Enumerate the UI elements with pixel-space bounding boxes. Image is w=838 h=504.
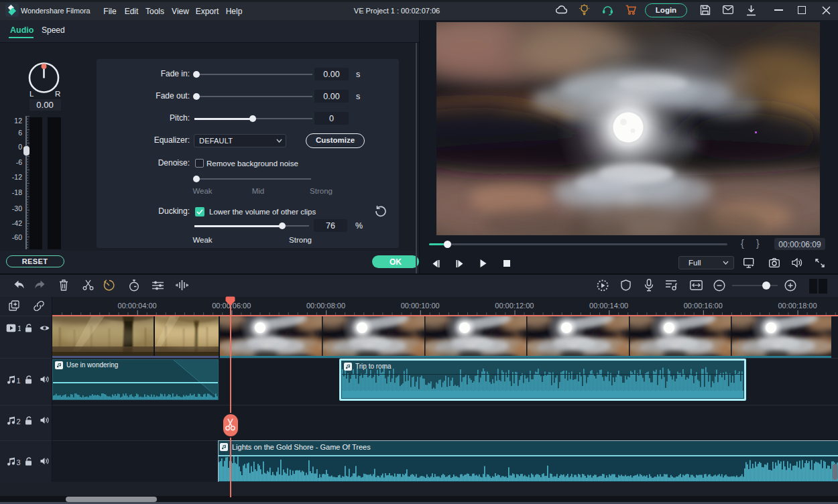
- svg-text:00:00:18:00: 00:00:18:00: [778, 302, 817, 310]
- svg-text:1: 1: [17, 377, 21, 385]
- svg-text:00:00:14:00: 00:00:14:00: [589, 302, 628, 310]
- svg-text:1: 1: [17, 324, 21, 332]
- svg-text:00:00:04:00: 00:00:04:00: [118, 302, 157, 310]
- svg-text:00:00:12:00: 00:00:12:00: [495, 302, 534, 310]
- svg-text:00:00:08:00: 00:00:08:00: [306, 302, 345, 310]
- svg-text:3: 3: [17, 458, 21, 466]
- svg-text:2: 2: [17, 418, 21, 426]
- svg-text:00:00:16:00: 00:00:16:00: [684, 302, 723, 310]
- svg-text:00:00:10:00: 00:00:10:00: [401, 302, 440, 310]
